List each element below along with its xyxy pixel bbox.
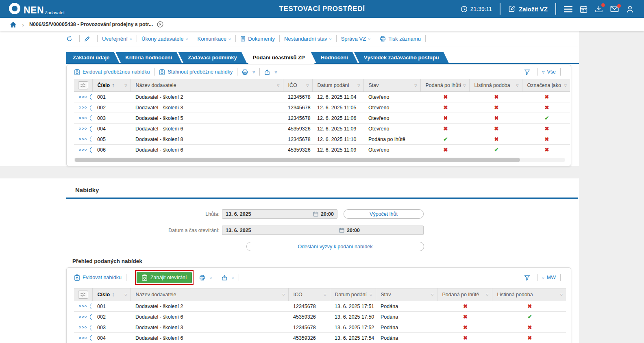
row-info-icon[interactable]: i bbox=[90, 126, 92, 132]
view-selector[interactable]: ▽ Vše bbox=[542, 69, 556, 75]
column-header-listinna-podoba[interactable]: Listinná podoba▽ bbox=[492, 289, 566, 301]
tab-hodnoceni[interactable]: Hodnocení bbox=[311, 52, 358, 63]
tab-podani-ucastniku-zp[interactable]: Podání účastníků ZP bbox=[243, 52, 315, 64]
create-vz-button[interactable]: Založit VZ bbox=[508, 5, 548, 13]
deadline-input[interactable]: 13. 6. 2025 20:00 bbox=[222, 209, 337, 219]
vypocet-lhut-button[interactable]: Výpočet lhůt bbox=[344, 209, 424, 219]
close-record-icon[interactable] bbox=[157, 21, 163, 28]
data-cell: Otevřeno bbox=[363, 124, 420, 134]
tab-vysledek-zadavaciho-postupu[interactable]: Výsledek zadávacího postupu bbox=[354, 52, 449, 63]
tab-zadavaci-podminky[interactable]: Zadávací podmínky bbox=[178, 52, 247, 63]
data-cell: Dodavatel - školení 3 bbox=[131, 322, 288, 333]
row-menu-icon[interactable] bbox=[79, 138, 87, 140]
row-menu-icon[interactable] bbox=[79, 326, 87, 328]
evidovat-nabidku-link[interactable]: Evidovat nabídku bbox=[74, 274, 122, 281]
column-header-listinna-podoba[interactable]: Listinná podoba▽ bbox=[469, 79, 522, 92]
row-info-icon[interactable]: i bbox=[90, 136, 92, 143]
row-info-icon[interactable]: i bbox=[90, 314, 92, 320]
row-info-icon[interactable]: i bbox=[90, 115, 92, 122]
row-info-icon[interactable]: i bbox=[90, 94, 92, 100]
messages-button[interactable] bbox=[610, 6, 619, 12]
divider bbox=[97, 35, 98, 42]
cross-icon: ✖ bbox=[444, 147, 448, 153]
column-header-podana-po-lhute[interactable]: Podaná po lhůtě▽ bbox=[437, 289, 492, 301]
row-info-icon[interactable]: i bbox=[90, 104, 92, 111]
column-header-datum-podani[interactable]: Datum podání▽ bbox=[312, 79, 363, 92]
row-menu-icon[interactable] bbox=[79, 106, 87, 109]
view-selector[interactable]: ▽ MW bbox=[542, 275, 556, 280]
calendar-button[interactable] bbox=[580, 5, 587, 13]
row-menu-icon[interactable] bbox=[79, 96, 87, 98]
check-icon: ✔ bbox=[545, 115, 549, 121]
column-header-nazev-dodavatele[interactable]: Název dodavatele▽ bbox=[131, 289, 288, 301]
data-cell: 12. 6. 2025 11:09 bbox=[312, 145, 363, 155]
row-menu-icon[interactable] bbox=[79, 149, 87, 151]
toolbar-item-dokumenty[interactable]: Dokumenty bbox=[240, 36, 275, 42]
opening-input[interactable]: 13. 6. 2025 20:00 bbox=[222, 226, 424, 235]
profile-button[interactable] bbox=[626, 5, 634, 13]
divider bbox=[375, 35, 375, 42]
column-header-stav[interactable]: Stav▽ bbox=[376, 289, 437, 301]
home-icon[interactable] bbox=[10, 21, 17, 28]
print-menu-button[interactable]: ▽ bbox=[242, 69, 255, 75]
filter-button[interactable] bbox=[524, 275, 533, 281]
column-header-cislo[interactable]: Číslo↑▽ bbox=[92, 79, 131, 92]
clipboard-icon bbox=[141, 274, 148, 281]
calendar-small-icon[interactable] bbox=[339, 228, 344, 233]
toolbar-item-refresh[interactable] bbox=[66, 36, 75, 42]
toolbar-item-tisk-zaznamu[interactable]: Tisk záznamu bbox=[380, 36, 421, 42]
toolbar-item-uverejneni[interactable]: Uveřejnění▽ bbox=[102, 36, 132, 42]
column-settings-button[interactable] bbox=[74, 289, 92, 301]
chevron-down-icon: ▽ bbox=[429, 293, 433, 297]
toolbar-item-komunikace[interactable]: Komunikace▽ bbox=[198, 36, 231, 42]
column-settings-button[interactable] bbox=[74, 79, 92, 92]
cross-icon: ✖ bbox=[528, 303, 532, 309]
odeslani-vyzvy-button[interactable]: Odeslání výzvy k podání nabídek bbox=[246, 242, 424, 251]
zahajit-oteviani-button[interactable]: Zahájit otevírání bbox=[137, 272, 192, 283]
column-header-cislo[interactable]: Číslo↑▽ bbox=[92, 289, 131, 301]
tab-kriteria-hodnoceni[interactable]: Kritéria hodnocení bbox=[115, 52, 182, 63]
filter-button[interactable] bbox=[524, 69, 533, 75]
column-header-nazev-dodavatele[interactable]: Název dodavatele▽ bbox=[131, 79, 283, 92]
export-menu-button[interactable]: ▽ bbox=[222, 275, 234, 281]
column-header-ico[interactable]: IČO▽ bbox=[288, 289, 330, 301]
divider bbox=[259, 68, 260, 76]
divider bbox=[282, 68, 282, 76]
print-menu-button[interactable]: ▽ bbox=[199, 275, 212, 281]
row-menu-icon[interactable] bbox=[79, 305, 87, 307]
toolbar-item-nestandardni-stav[interactable]: Nestandardní stav▽ bbox=[284, 36, 332, 42]
breadcrumb-record[interactable]: N006/25/V00005438 - Provozování prodejny… bbox=[29, 22, 153, 27]
column-header-podana-po-lhute[interactable]: Podaná po lhůtě▽ bbox=[420, 79, 469, 92]
stahnout-predbezne-nabidky-link[interactable]: Stáhnout předběžné nabídky bbox=[159, 69, 233, 75]
scrollbar-thumb[interactable] bbox=[75, 158, 520, 162]
calendar-small-icon[interactable] bbox=[313, 211, 318, 217]
downloads-button[interactable] bbox=[595, 5, 603, 13]
brand-name: NEN bbox=[24, 6, 44, 15]
horizontal-scrollbar[interactable] bbox=[74, 158, 565, 162]
row-info-icon[interactable]: i bbox=[90, 324, 92, 331]
divider bbox=[500, 3, 500, 15]
cross-icon: ✖ bbox=[444, 115, 448, 121]
column-header-stav[interactable]: Stav▽ bbox=[363, 79, 420, 92]
nen-logo[interactable]: NEN Zadavatel bbox=[0, 3, 64, 15]
row-menu-icon[interactable] bbox=[79, 117, 87, 119]
column-header-datum-podani[interactable]: Datum podání▽ bbox=[330, 289, 376, 301]
tab-zakladni-udaje[interactable]: Základní údaje bbox=[66, 52, 119, 63]
row-menu-icon[interactable] bbox=[79, 337, 87, 339]
data-cell: 12345678 bbox=[283, 113, 312, 124]
row-info-icon[interactable]: i bbox=[90, 147, 92, 153]
row-info-icon[interactable]: i bbox=[90, 303, 92, 310]
toolbar-item-sprava-vz[interactable]: Správa VZ▽ bbox=[341, 36, 371, 42]
toolbar-item-pencil[interactable] bbox=[84, 36, 93, 42]
flag-cell: ✔ bbox=[522, 113, 570, 124]
row-menu-icon[interactable] bbox=[79, 316, 87, 318]
column-header-oznacena-jako-nep[interactable]: Označena jako nep▽ bbox=[522, 79, 570, 92]
cross-icon: ✖ bbox=[494, 94, 499, 100]
evidovat-predbeznou-nabidku-link[interactable]: Evidovat předběžnou nabídku bbox=[74, 69, 150, 75]
export-menu-button[interactable]: ▽ bbox=[264, 69, 277, 75]
row-info-icon[interactable]: i bbox=[90, 335, 92, 341]
menu-button[interactable] bbox=[564, 6, 572, 13]
column-header-ico[interactable]: IČO▽ bbox=[283, 79, 312, 92]
toolbar-item-ukony-zadavatele[interactable]: Úkony zadavatele▽ bbox=[141, 36, 188, 42]
row-menu-icon[interactable] bbox=[79, 128, 87, 130]
